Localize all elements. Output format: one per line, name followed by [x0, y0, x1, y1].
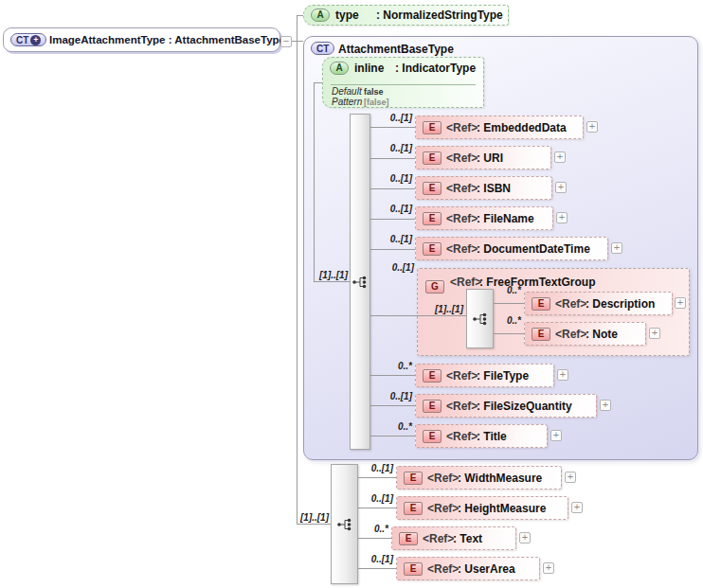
connector-line: [358, 477, 396, 478]
expand-button[interactable]: +: [519, 532, 531, 543]
element-ref: <Ref>: [427, 472, 459, 485]
element-uri[interactable]: E <Ref> : URI: [415, 146, 551, 169]
group-ref: <Ref>: [450, 276, 481, 289]
cardinality-label: 0..*: [488, 315, 521, 326]
complex-type-badge: CT: [311, 42, 334, 55]
attribute-inline[interactable]: A inline : IndicatorType Default false P…: [322, 57, 484, 108]
element-badge: E: [423, 182, 442, 195]
element-ref: <Ref>: [555, 297, 586, 311]
expand-button[interactable]: +: [556, 212, 568, 223]
badge-text: CT: [16, 35, 28, 45]
connector-line: [314, 82, 322, 83]
expand-button[interactable]: +: [571, 502, 583, 513]
element-documentdatetime[interactable]: E <Ref> : DocumentDateTime: [415, 237, 608, 260]
element-badge: E: [423, 369, 442, 383]
cardinality-label: 0..[1]: [368, 143, 412, 153]
element-filesizequantity[interactable]: E <Ref> : FileSizeQuantity: [415, 394, 597, 418]
collapse-button[interactable]: −: [280, 36, 292, 47]
attribute-name: type: [335, 9, 359, 22]
facet-label-default: Default: [332, 86, 362, 97]
element-ref: <Ref>: [446, 369, 478, 383]
attribute-type[interactable]: A type : NormalizedStringType: [303, 5, 509, 26]
cardinality-label: 0..[1]: [368, 204, 412, 214]
element-name: : Note: [586, 328, 618, 341]
connector-line: [370, 188, 415, 189]
element-embeddeddata[interactable]: E <Ref> : EmbeddedData: [415, 116, 584, 139]
element-badge: E: [423, 121, 442, 134]
cardinality-label: 0..*: [488, 285, 521, 295]
element-badge: E: [423, 212, 442, 225]
element-badge: E: [423, 430, 442, 443]
connector-line: [370, 158, 415, 159]
attribute-datatype: : NormalizedStringType: [376, 9, 503, 22]
connector-line: [314, 82, 315, 281]
element-badge: E: [423, 400, 442, 413]
element-widthmeasure[interactable]: E <Ref> : WidthMeasure: [396, 466, 562, 490]
element-ref: <Ref>: [555, 328, 586, 341]
connector-line: [358, 508, 396, 508]
cardinality-label: 0..*: [368, 361, 412, 371]
element-ref: <Ref>: [427, 502, 459, 515]
cardinality-label: 0..[1]: [368, 173, 412, 184]
element-badge: E: [404, 562, 423, 576]
root-element-imageattachmenttype[interactable]: CT+ ImageAttachmentType : AttachmentBase…: [3, 27, 280, 52]
connector-line: [370, 127, 415, 128]
element-name: : Description: [586, 297, 655, 311]
facet-label-pattern: Pattern: [332, 97, 362, 107]
element-description[interactable]: E <Ref> : Description: [524, 292, 673, 315]
element-title[interactable]: E <Ref> : Title: [415, 424, 548, 448]
complex-type-badge: CT+: [10, 33, 46, 46]
element-ref: <Ref>: [446, 400, 478, 413]
expand-button[interactable]: +: [675, 297, 686, 309]
element-badge: E: [404, 472, 423, 485]
element-filename[interactable]: E <Ref> : FileName: [415, 206, 553, 230]
connector-line: [314, 281, 350, 282]
attribute-badge: A: [330, 62, 349, 75]
connector-line: [297, 524, 332, 525]
element-ref: <Ref>: [446, 242, 478, 256]
expand-button[interactable]: +: [550, 430, 562, 441]
sequence-cardinality: [1]..[1]: [286, 512, 329, 523]
element-name: : DocumentDateTime: [477, 242, 590, 256]
expand-button[interactable]: +: [557, 369, 568, 381]
connector-line: [358, 538, 391, 539]
element-filetype[interactable]: E <Ref> : FileType: [415, 364, 554, 387]
base-type-title: AttachmentBaseType: [338, 43, 454, 56]
connector-line: [292, 41, 303, 42]
attribute-name: inline: [354, 62, 384, 75]
element-name: : Title: [477, 430, 507, 443]
element-name: : ISBN: [477, 182, 511, 195]
connector-line: [358, 568, 396, 569]
sequence-icon: [472, 311, 488, 327]
cardinality-label: 0..[1]: [349, 493, 393, 504]
connector-line: [494, 333, 524, 334]
connector-line: [370, 219, 415, 220]
connector-line: [370, 375, 415, 376]
element-badge: E: [532, 328, 550, 341]
expand-button[interactable]: +: [565, 472, 576, 483]
connector-line: [370, 249, 415, 250]
element-heightmeasure[interactable]: E <Ref> : HeightMeasure: [396, 496, 568, 520]
expand-button[interactable]: +: [600, 400, 611, 411]
connector-line: [494, 303, 524, 304]
expand-button[interactable]: +: [543, 562, 554, 574]
connector-line: [370, 436, 415, 437]
element-name: : EmbeddedData: [477, 121, 567, 134]
group-badge: G: [425, 280, 444, 294]
facet-value-pattern: [false]: [364, 98, 389, 108]
element-isbn[interactable]: E <Ref> : ISBN: [415, 176, 552, 200]
expand-button[interactable]: +: [586, 121, 598, 133]
element-text[interactable]: E <Ref> : Text: [391, 526, 516, 550]
expand-button[interactable]: +: [611, 242, 622, 254]
sequence-cardinality: [1]..[1]: [305, 270, 348, 280]
element-note[interactable]: E <Ref> : Note: [524, 322, 646, 346]
expand-button[interactable]: +: [555, 182, 567, 193]
cardinality-label: 0..*: [368, 421, 412, 432]
element-badge: E: [423, 242, 442, 256]
cardinality-label: 0..[1]: [368, 391, 412, 401]
expand-button[interactable]: +: [554, 151, 566, 163]
expand-button[interactable]: +: [649, 328, 660, 339]
element-userarea[interactable]: E <Ref> : UserArea: [396, 557, 540, 580]
element-ref: <Ref>: [423, 532, 454, 545]
connector-line: [370, 405, 415, 406]
